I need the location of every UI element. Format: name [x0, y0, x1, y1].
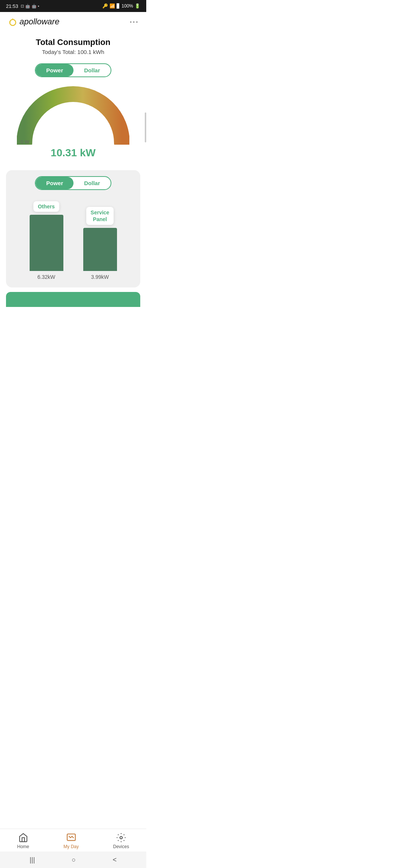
bar-service-panel-label: 3.99kW — [91, 274, 109, 280]
battery-icon: 🔋 — [135, 3, 140, 9]
bar-others-tooltip-text: Others — [38, 204, 55, 210]
bar-service-panel-tooltip: ServicePanel — [86, 207, 114, 225]
svg-point-0 — [10, 19, 16, 25]
battery-display: 100% — [122, 3, 133, 9]
gauge-display: 0 W — [17, 85, 129, 145]
key-icon: 🔑 — [102, 3, 108, 9]
gauge-zero-label: 0 W — [21, 139, 29, 145]
logo: apolloware — [8, 16, 59, 27]
dollar-tab-chart[interactable]: Dollar — [74, 177, 111, 189]
dollar-tab-top[interactable]: Dollar — [74, 64, 111, 76]
bar-others-label: 6.32kW — [38, 274, 55, 280]
bar-service-panel: ServicePanel 3.99kW — [83, 207, 117, 280]
status-time: 21:53 ⊡ 🤖 🤖 • — [6, 3, 39, 9]
total-consumption-section: Total Consumption Today's Total: 100.1 k… — [0, 31, 146, 58]
bar-service-panel-tooltip-text: ServicePanel — [91, 210, 110, 222]
logo-text: apolloware — [20, 17, 59, 27]
sun-logo-icon — [8, 16, 18, 27]
gauge-section: 0 W 10.31 kW — [0, 81, 146, 166]
total-consumption-title: Total Consumption — [8, 37, 139, 47]
toggle-pill-top: Power Dollar — [35, 63, 111, 77]
gauge-value-display: 10.31 kW — [51, 147, 96, 159]
notification-icons: ⊡ 🤖 🤖 • — [21, 4, 39, 9]
status-bar: 21:53 ⊡ 🤖 🤖 • 🔑 📶 ▊ 100% 🔋 — [0, 0, 146, 12]
gauge-svg — [17, 85, 129, 145]
wifi-icon: 📶 — [110, 3, 115, 9]
chart-section: Power Dollar Others 6.32kW ServicePanel … — [6, 170, 140, 287]
bar-service-panel-rect — [83, 228, 117, 271]
bar-others: Others 6.32kW — [30, 201, 63, 280]
status-right-icons: 🔑 📶 ▊ 100% 🔋 — [102, 3, 140, 9]
bar-others-tooltip: Others — [33, 201, 59, 212]
power-tab-chart[interactable]: Power — [36, 177, 74, 189]
power-tab-top[interactable]: Power — [36, 64, 74, 76]
toggle-pill-chart: Power Dollar — [35, 176, 111, 190]
power-dollar-toggle-top: Power Dollar — [0, 63, 146, 77]
more-menu-button[interactable]: ··· — [130, 17, 139, 27]
bar-others-rect — [30, 215, 63, 271]
bottom-section-peek — [6, 292, 140, 307]
power-dollar-toggle-chart: Power Dollar — [12, 176, 134, 190]
bar-chart: Others 6.32kW ServicePanel 3.99kW — [12, 198, 134, 280]
app-header: apolloware ··· — [0, 12, 146, 31]
signal-icon: ▊ — [117, 3, 120, 9]
total-consumption-subtitle: Today's Total: 100.1 kWh — [8, 49, 139, 55]
scrollbar-indicator — [145, 112, 146, 142]
time-display: 21:53 — [6, 3, 18, 9]
